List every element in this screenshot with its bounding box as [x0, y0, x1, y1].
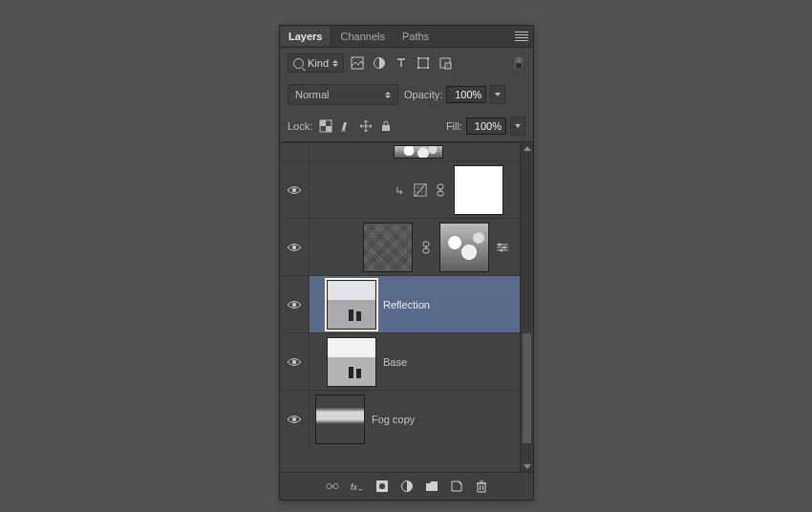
lock-position-icon[interactable] [358, 119, 373, 134]
layer-row[interactable] [280, 142, 533, 160]
svg-rect-8 [445, 63, 451, 69]
filter-smartobject-icon[interactable] [438, 56, 452, 71]
visibility-toggle[interactable] [280, 143, 310, 160]
visibility-toggle[interactable] [280, 391, 310, 447]
svg-rect-40 [478, 483, 485, 492]
tab-layers[interactable]: Layers [280, 27, 331, 46]
svg-rect-2 [418, 58, 428, 68]
svg-point-27 [499, 243, 502, 245]
opacity-slider-button[interactable] [490, 85, 505, 104]
tab-paths[interactable]: Paths [394, 27, 438, 46]
blend-toolbar: Normal Opacity: 100% [280, 78, 533, 111]
layers-panel: Layers Channels Paths Kind Normal Opacit… [279, 25, 534, 501]
delete-layer-icon[interactable] [474, 479, 488, 493]
layer-row[interactable]: Base [280, 332, 533, 390]
link-icon[interactable] [419, 241, 433, 254]
lock-image-icon[interactable] [338, 119, 353, 134]
filter-adjustment-icon[interactable] [372, 56, 386, 71]
eye-icon [287, 356, 302, 368]
svg-rect-13 [326, 126, 331, 132]
scroll-down-icon[interactable] [521, 460, 533, 472]
visibility-toggle[interactable] [280, 161, 310, 218]
fill-slider-button[interactable] [510, 117, 525, 136]
visibility-toggle[interactable] [280, 333, 310, 390]
new-layer-icon[interactable] [449, 479, 463, 493]
scrollbar-thumb[interactable] [523, 333, 531, 443]
svg-rect-12 [320, 120, 326, 126]
svg-point-30 [292, 302, 296, 306]
scrollbar[interactable] [520, 142, 533, 472]
smart-filters-icon[interactable] [496, 243, 509, 252]
svg-text:fx: fx [351, 481, 357, 491]
link-icon[interactable] [434, 183, 447, 197]
layer-thumbnail[interactable] [327, 337, 376, 387]
svg-point-15 [292, 187, 296, 191]
filter-shape-icon[interactable] [416, 56, 430, 71]
eye-icon [287, 414, 302, 425]
new-group-icon[interactable] [424, 479, 438, 493]
chevron-updown-icon [385, 92, 391, 98]
clip-arrow-icon [394, 185, 407, 195]
layer-row[interactable] [280, 218, 533, 275]
tab-channels[interactable]: Channels [331, 27, 393, 46]
scroll-up-icon[interactable] [521, 142, 533, 154]
filter-toolbar: Kind [280, 48, 533, 78]
svg-rect-3 [417, 57, 419, 59]
add-mask-icon[interactable] [374, 479, 389, 493]
panel-footer: fx [280, 472, 533, 500]
layer-thumbnail[interactable] [394, 145, 443, 159]
layer-style-icon[interactable]: fx [350, 479, 364, 493]
svg-point-38 [379, 483, 385, 489]
layer-thumbnail[interactable] [315, 395, 365, 444]
link-layers-icon[interactable] [325, 479, 339, 493]
filter-type-icon[interactable] [394, 56, 408, 71]
new-adjustment-icon[interactable] [399, 479, 414, 493]
lock-all-icon[interactable] [378, 119, 393, 134]
visibility-toggle[interactable] [280, 219, 310, 275]
layer-name[interactable]: Base [383, 356, 407, 368]
layer-row-selected[interactable]: Reflection [280, 275, 533, 332]
panel-tabbar: Layers Channels Paths [280, 26, 533, 48]
fill-value[interactable]: 100% [466, 117, 506, 135]
layer-filter-label: Kind [308, 57, 329, 69]
svg-rect-10 [516, 57, 521, 63]
blend-mode-value: Normal [295, 89, 329, 100]
svg-point-28 [503, 245, 506, 248]
svg-point-29 [501, 248, 503, 251]
search-icon [293, 58, 304, 69]
layer-filter-select[interactable]: Kind [288, 53, 344, 73]
eye-icon [287, 299, 302, 310]
blend-mode-select[interactable]: Normal [288, 84, 398, 105]
filter-mask-thumbnail[interactable] [439, 223, 489, 272]
panel-menu-icon[interactable] [515, 32, 528, 41]
lock-label: Lock: [288, 120, 312, 132]
opacity-value[interactable]: 100% [446, 86, 486, 103]
curves-adjustment-icon [414, 182, 427, 198]
layer-mask-thumbnail[interactable] [454, 165, 503, 215]
layer-row[interactable] [280, 160, 533, 218]
fill-label: Fill: [446, 120, 462, 132]
svg-rect-0 [352, 57, 363, 69]
svg-rect-14 [382, 125, 390, 131]
svg-rect-6 [427, 67, 429, 69]
eye-icon [287, 242, 302, 253]
opacity-label: Opacity: [404, 89, 442, 100]
svg-rect-5 [417, 67, 419, 69]
filter-pixel-icon[interactable] [350, 56, 364, 71]
layer-name[interactable]: Reflection [383, 299, 430, 310]
svg-point-31 [292, 359, 296, 363]
layer-row[interactable]: Fog copy [280, 390, 533, 447]
eye-icon [287, 184, 302, 196]
layer-name[interactable]: Fog copy [372, 414, 415, 425]
svg-rect-4 [427, 57, 429, 59]
lock-transparency-icon[interactable] [318, 119, 332, 134]
layers-list: Reflection Base Fog copy [280, 142, 533, 472]
filter-toggle-switch[interactable] [511, 56, 525, 71]
layer-thumbnail[interactable] [363, 223, 413, 272]
svg-point-32 [292, 416, 296, 420]
lock-toolbar: Lock: Fill: 100% [280, 111, 533, 142]
visibility-toggle[interactable] [280, 276, 310, 332]
chevron-updown-icon [332, 60, 338, 67]
svg-point-20 [292, 245, 296, 248]
layer-thumbnail[interactable] [327, 280, 376, 330]
